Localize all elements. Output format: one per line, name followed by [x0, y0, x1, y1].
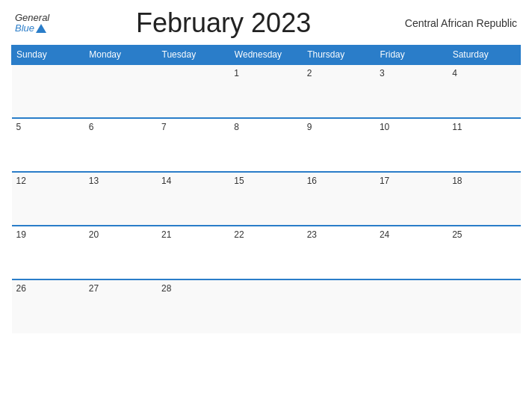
day-number: 20	[89, 229, 99, 240]
calendar-empty-cell	[303, 279, 375, 333]
calendar-week-row: 262728	[12, 279, 521, 333]
day-number: 15	[234, 176, 244, 186]
calendar-day-cell: 22	[229, 226, 302, 279]
calendar-day-cell: 26	[12, 279, 84, 333]
logo-triangle-icon	[36, 24, 46, 33]
calendar-day-cell: 13	[84, 172, 157, 226]
calendar-day-cell: 12	[12, 172, 84, 226]
calendar-day-cell: 4	[448, 64, 520, 118]
calendar-day-cell: 5	[12, 118, 84, 172]
calendar-day-cell: 2	[303, 64, 375, 118]
day-number: 14	[161, 176, 171, 186]
logo-general-text: General	[15, 13, 49, 23]
calendar-day-cell: 27	[84, 279, 157, 333]
header-thursday: Thursday	[303, 46, 375, 65]
calendar-day-cell: 18	[448, 172, 520, 226]
country-name: Central African Republic	[398, 17, 517, 29]
header-saturday: Saturday	[448, 46, 520, 65]
day-number: 6	[89, 122, 94, 132]
calendar-week-row: 19202122232425	[12, 226, 521, 279]
calendar-empty-cell	[448, 279, 520, 333]
header-sunday: Sunday	[12, 46, 84, 65]
day-number: 2	[307, 68, 312, 78]
calendar-day-cell: 15	[229, 172, 302, 226]
day-number: 12	[16, 176, 26, 186]
calendar-day-cell: 3	[375, 64, 448, 118]
days-header-row: Sunday Monday Tuesday Wednesday Thursday…	[12, 46, 521, 65]
calendar-day-cell: 24	[375, 226, 448, 279]
header-monday: Monday	[84, 46, 157, 65]
calendar-empty-cell	[12, 64, 84, 118]
calendar-empty-cell	[84, 64, 157, 118]
logo: General Blue	[15, 13, 49, 34]
calendar-grid: Sunday Monday Tuesday Wednesday Thursday…	[11, 45, 521, 333]
calendar-day-cell: 20	[84, 226, 157, 279]
calendar-container: General Blue February 2023 Central Afric…	[0, 0, 532, 411]
day-number: 22	[234, 229, 244, 240]
calendar-day-cell: 19	[12, 226, 84, 279]
day-number: 16	[307, 176, 317, 186]
header-tuesday: Tuesday	[157, 46, 229, 65]
calendar-day-cell: 23	[303, 226, 375, 279]
day-number: 25	[452, 229, 462, 240]
header-friday: Friday	[375, 46, 448, 65]
calendar-empty-cell	[229, 279, 302, 333]
logo-blue-text: Blue	[15, 23, 46, 34]
day-number: 17	[380, 176, 389, 186]
header-wednesday: Wednesday	[229, 46, 302, 65]
calendar-week-row: 567891011	[12, 118, 521, 172]
day-number: 11	[452, 122, 462, 132]
day-number: 21	[161, 229, 171, 240]
calendar-day-cell: 6	[84, 118, 157, 172]
day-number: 1	[234, 68, 239, 78]
calendar-day-cell: 1	[229, 64, 302, 118]
day-number: 3	[380, 68, 385, 78]
day-number: 19	[16, 229, 26, 240]
calendar-empty-cell	[375, 279, 448, 333]
calendar-day-cell: 7	[157, 118, 229, 172]
day-number: 9	[307, 122, 312, 132]
day-number: 28	[161, 283, 171, 294]
calendar-day-cell: 25	[448, 226, 520, 279]
day-number: 10	[380, 122, 389, 132]
calendar-day-cell: 8	[229, 118, 302, 172]
calendar-header: General Blue February 2023 Central Afric…	[11, 7, 521, 39]
day-number: 13	[89, 176, 99, 186]
day-number: 4	[452, 68, 457, 78]
calendar-day-cell: 28	[157, 279, 229, 333]
day-number: 7	[161, 122, 167, 132]
day-number: 27	[89, 283, 99, 294]
calendar-empty-cell	[157, 64, 229, 118]
calendar-day-cell: 14	[157, 172, 229, 226]
day-number: 8	[234, 122, 239, 132]
calendar-day-cell: 16	[303, 172, 375, 226]
day-number: 23	[307, 229, 317, 240]
calendar-day-cell: 10	[375, 118, 448, 172]
calendar-day-cell: 17	[375, 172, 448, 226]
calendar-day-cell: 21	[157, 226, 229, 279]
day-number: 26	[16, 283, 26, 294]
day-number: 18	[452, 176, 462, 186]
calendar-week-row: 1234	[12, 64, 521, 118]
calendar-day-cell: 11	[448, 118, 520, 172]
calendar-day-cell: 9	[303, 118, 375, 172]
day-number: 24	[380, 229, 389, 240]
calendar-week-row: 12131415161718	[12, 172, 521, 226]
month-title: February 2023	[49, 7, 398, 39]
day-number: 5	[16, 122, 22, 132]
